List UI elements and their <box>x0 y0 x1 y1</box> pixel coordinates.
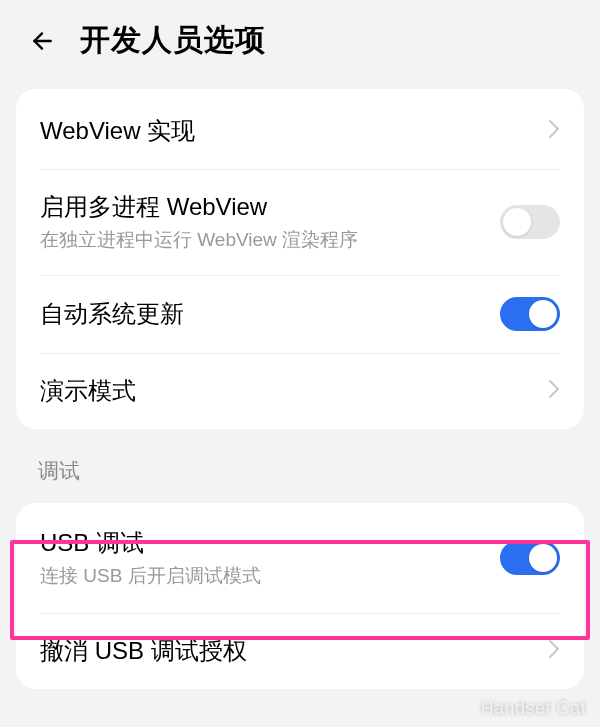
row-multiprocess-webview[interactable]: 启用多进程 WebView 在独立进程中运行 WebView 渲染程序 <box>16 169 584 275</box>
settings-card-main: WebView 实现 启用多进程 WebView 在独立进程中运行 WebVie… <box>16 89 584 429</box>
row-revoke-usb-authorization[interactable]: 撤消 USB 调试授权 <box>16 613 584 689</box>
row-title: USB 调试 <box>40 527 500 559</box>
watermark: Handset Cat <box>480 698 586 719</box>
section-header-debug: 调试 <box>0 429 600 495</box>
row-title: 自动系统更新 <box>40 298 500 330</box>
row-title: 撤消 USB 调试授权 <box>40 635 536 667</box>
row-usb-debugging[interactable]: USB 调试 连接 USB 后开启调试模式 <box>16 503 584 613</box>
row-title: 演示模式 <box>40 375 536 407</box>
toggle-multiprocess-webview[interactable] <box>500 205 560 239</box>
chevron-right-icon <box>548 119 560 143</box>
toggle-usb-debugging[interactable] <box>500 541 560 575</box>
row-title: WebView 实现 <box>40 115 536 147</box>
toggle-auto-system-update[interactable] <box>500 297 560 331</box>
row-webview-implementation[interactable]: WebView 实现 <box>16 93 584 169</box>
page-title: 开发人员选项 <box>80 20 266 61</box>
chevron-right-icon <box>548 379 560 403</box>
back-icon[interactable] <box>28 27 56 55</box>
chevron-right-icon <box>548 639 560 663</box>
row-demo-mode[interactable]: 演示模式 <box>16 353 584 429</box>
row-subtitle: 连接 USB 后开启调试模式 <box>40 563 500 589</box>
row-title: 启用多进程 WebView <box>40 191 500 223</box>
row-subtitle: 在独立进程中运行 WebView 渲染程序 <box>40 227 500 253</box>
settings-card-debug: USB 调试 连接 USB 后开启调试模式 撤消 USB 调试授权 <box>16 503 584 689</box>
row-auto-system-update[interactable]: 自动系统更新 <box>16 275 584 353</box>
